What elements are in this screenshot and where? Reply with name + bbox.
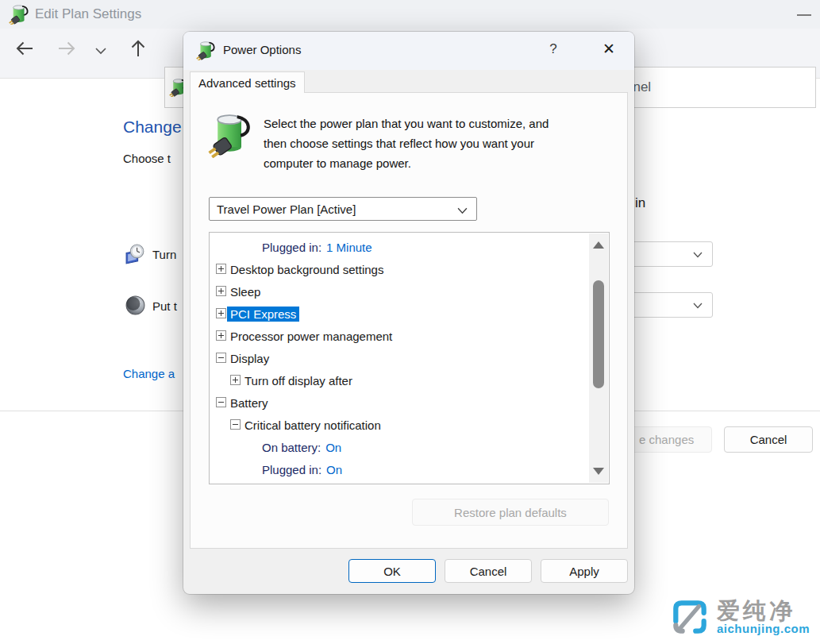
tree-item-critical-battery-notification[interactable]: Critical battery notification xyxy=(210,414,589,436)
chevron-down-icon xyxy=(457,207,468,214)
back-arrow-icon xyxy=(14,38,35,59)
tree-rows: Plugged in:1 MinuteDesktop background se… xyxy=(210,236,589,484)
tree-item-label[interactable]: Processor power management xyxy=(230,330,392,343)
tree-item-critical-battery-action[interactable]: Critical battery action xyxy=(210,480,589,484)
power-plan-icon xyxy=(9,4,29,25)
tree-item-label[interactable]: PCI Express xyxy=(227,307,299,322)
ok-button[interactable]: OK xyxy=(348,559,436,583)
dialog-title: Power Options xyxy=(223,43,301,56)
expand-icon[interactable] xyxy=(230,375,241,385)
chevron-down-icon xyxy=(693,303,703,309)
collapse-icon[interactable] xyxy=(230,419,241,430)
tree-item-label[interactable]: Turn off display after xyxy=(244,374,352,388)
expand-icon[interactable] xyxy=(216,286,226,296)
setting-label: Plugged in: xyxy=(262,241,321,254)
apply-button[interactable]: Apply xyxy=(541,559,628,583)
window-title: Edit Plan Settings xyxy=(35,6,141,22)
tree-item-on-battery[interactable]: On battery:On xyxy=(210,436,589,458)
tree-item-turn-off-display-after[interactable]: Turn off display after xyxy=(210,369,589,391)
sleep-icon xyxy=(125,295,146,316)
power-plan-large-icon xyxy=(208,110,252,158)
tree-item-label[interactable]: Desktop background settings xyxy=(230,263,383,276)
collapse-icon[interactable] xyxy=(216,353,226,363)
setting-value-link[interactable]: On xyxy=(325,441,341,454)
save-changes-label: e changes xyxy=(639,433,694,446)
tree-item-plugged-in[interactable]: Plugged in:1 Minute xyxy=(210,236,589,258)
tree-scrollbar[interactable] xyxy=(589,233,608,483)
expand-icon[interactable] xyxy=(216,330,226,341)
up-button[interactable] xyxy=(128,38,148,59)
page-title: Change xyxy=(123,118,182,137)
recent-locations-button[interactable] xyxy=(90,40,111,61)
expand-icon[interactable] xyxy=(216,264,226,274)
chevron-down-icon xyxy=(693,252,703,258)
back-button[interactable] xyxy=(14,38,35,59)
window-titlebar: Edit Plan Settings xyxy=(0,0,820,29)
tree-item-battery[interactable]: Battery xyxy=(210,391,589,414)
forward-arrow-icon xyxy=(56,38,77,59)
setting-value-link[interactable]: 1 Minute xyxy=(326,241,372,254)
tree-item-sleep[interactable]: Sleep xyxy=(210,280,589,303)
watermark: 爱纯净 aichunjing.com xyxy=(669,596,810,638)
forward-button[interactable] xyxy=(56,38,77,59)
scroll-down-icon[interactable] xyxy=(593,468,604,475)
watermark-brand-cn: 爱纯净 xyxy=(717,599,795,623)
watermark-text: 爱纯净 aichunjing.com xyxy=(717,599,810,635)
setting-value-link[interactable]: On xyxy=(326,463,342,476)
setting-label: Plugged in: xyxy=(262,463,321,476)
tree-item-label[interactable]: Critical battery notification xyxy=(244,418,381,432)
up-arrow-icon xyxy=(128,38,148,59)
put-to-sleep-label: Put t xyxy=(152,299,177,313)
help-button[interactable]: ? xyxy=(545,41,562,60)
setting-label: On battery: xyxy=(262,441,321,454)
tree-item-plugged-in[interactable]: Plugged in:On xyxy=(210,458,589,480)
tree-item-processor-power-management[interactable]: Processor power management xyxy=(210,325,589,347)
close-icon[interactable]: ✕ xyxy=(598,40,620,60)
window-cancel-button[interactable]: Cancel xyxy=(724,426,813,453)
advanced-settings-pane: Select the power plan that you want to c… xyxy=(190,92,628,549)
tree-item-label[interactable]: Display xyxy=(230,352,269,365)
tree-item-display[interactable]: Display xyxy=(210,347,589,369)
scrollbar-thumb[interactable] xyxy=(593,280,604,388)
scroll-up-icon[interactable] xyxy=(593,241,604,249)
minimize-icon xyxy=(797,14,811,16)
dialog-titlebar: Power Options ? ✕ xyxy=(183,32,634,70)
tree-item-desktop-background-settings[interactable]: Desktop background settings xyxy=(210,258,589,280)
page-subtitle: Choose t xyxy=(123,152,171,165)
screen: Edit Plan Settings anel Change Choose t xyxy=(0,0,820,644)
tree-item-label[interactable]: Sleep xyxy=(230,285,260,299)
power-plan-selector[interactable]: Travel Power Plan [Active] xyxy=(209,197,477,221)
turn-off-display-icon xyxy=(125,243,146,264)
collapse-icon[interactable] xyxy=(216,397,226,407)
watermark-brand-site: aichunjing.com xyxy=(717,623,810,635)
power-options-icon xyxy=(196,40,216,60)
aichunjing-logo-icon xyxy=(669,596,710,638)
dialog-description: Select the power plan that you want to c… xyxy=(264,114,622,173)
minimize-button[interactable] xyxy=(794,8,814,22)
tab-advanced-settings[interactable]: Advanced settings xyxy=(190,71,305,93)
tree-item-pci-express[interactable]: PCI Express xyxy=(210,303,589,325)
change-advanced-settings-link[interactable]: Change a xyxy=(123,367,175,380)
restore-plan-defaults-button[interactable]: Restore plan defaults xyxy=(412,499,609,526)
advanced-settings-tree: Plugged in:1 MinuteDesktop background se… xyxy=(209,232,610,484)
expand-icon[interactable] xyxy=(216,308,226,318)
power-options-dialog: Power Options ? ✕ Advanced settings Sele… xyxy=(183,32,634,594)
turn-off-display-label: Turn xyxy=(152,248,176,261)
chevron-down-icon xyxy=(94,46,107,56)
cancel-button[interactable]: Cancel xyxy=(445,559,532,583)
power-plan-selector-value: Travel Power Plan [Active] xyxy=(217,202,356,216)
tree-item-label[interactable]: Battery xyxy=(230,396,268,410)
